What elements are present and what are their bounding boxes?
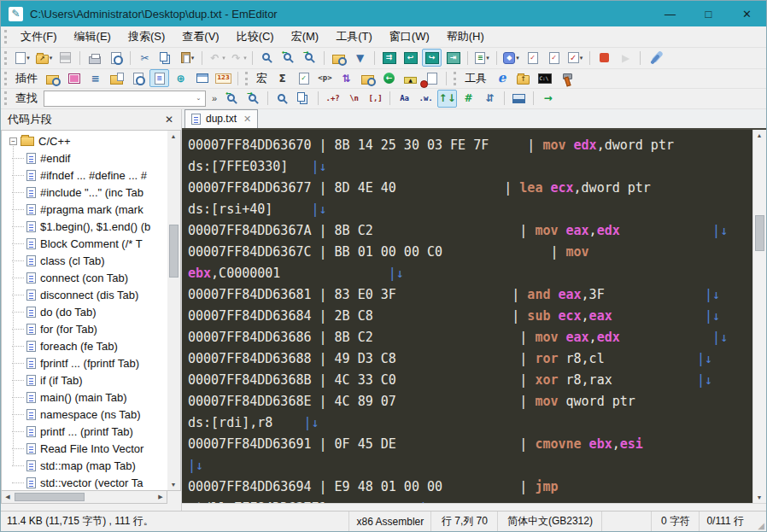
snippet-item-7[interactable]: class (cl Tab) [2, 253, 167, 270]
plugin-find-in-folder-button[interactable] [43, 69, 62, 87]
open-file-dropdown-icon[interactable]: ▾ [50, 55, 53, 61]
plugin-open-documents-button[interactable] [107, 69, 126, 87]
tab-close-icon[interactable]: ✕ [243, 114, 251, 125]
snippet-item-4[interactable]: #pragma mark (mark [2, 202, 167, 219]
snippet-item-8[interactable]: connect (con Tab) [2, 270, 167, 287]
macro-sum-button[interactable]: Σ [272, 69, 292, 87]
snippet-item-2[interactable]: #ifndef ... #define ... # [2, 167, 167, 184]
menu-item-6[interactable]: 宏(M) [283, 26, 328, 47]
tree-collapse-icon[interactable]: − [9, 137, 17, 145]
code-line-6[interactable]: 00007FF84DD6367C | BB 01 00 00 C0 | mov [188, 242, 752, 263]
code-line-9[interactable]: 00007FF84DD63684 | 2B C8 | sub ecx,eax |… [188, 306, 752, 327]
macro-select-ruler-button[interactable]: ▲ [401, 69, 420, 87]
tree-root-cpp[interactable]: − C/C++ [2, 133, 167, 150]
wrap-by-window-button[interactable]: ↩ [401, 49, 420, 67]
tool-folder-up-button[interactable]: ↑ [513, 69, 533, 87]
filter-button[interactable]: ▼ [350, 49, 370, 67]
run-to-end-button[interactable]: ▶ [616, 49, 635, 67]
snippet-item-11[interactable]: for (for Tab) [2, 321, 167, 338]
find-input[interactable] [44, 92, 192, 105]
new-file-button[interactable]: ▾ [13, 49, 32, 67]
code-line-7[interactable]: ebx,C0000001 |↓ [188, 263, 752, 284]
scroll-right-icon[interactable]: ▶ [155, 491, 167, 503]
maximize-button[interactable]: □ [689, 1, 728, 26]
status-cell-4[interactable] [601, 512, 651, 531]
copy-button[interactable] [156, 49, 176, 67]
sidebar-scrollbar-thumb[interactable] [169, 225, 179, 278]
code-line-17[interactable]: 00007FF84DD63694 | E9 48 01 00 00 | jmp [188, 476, 752, 498]
findbar-incremental-button[interactable]: ↑↓ [437, 90, 457, 108]
code-line-8[interactable]: 00007FF84DD63681 | 83 E0 3F | and eax,3F… [188, 284, 752, 306]
find-in-files-button[interactable] [329, 49, 348, 67]
findbar-escape-seq-button[interactable]: \n [344, 90, 364, 108]
menu-item-4[interactable]: 查看(V) [173, 26, 227, 47]
outline-toggle-button[interactable]: ≡▾ [472, 49, 492, 67]
snippet-item-17[interactable]: printf ... (printf Tab) [2, 424, 167, 441]
editor-horizontal-scrollbar[interactable] [182, 503, 766, 511]
findbar-find-previous-button[interactable] [222, 90, 242, 108]
snippet-item-5[interactable]: $1.begin(), $1.end() (b [2, 219, 167, 236]
plugin-open-in-window-button[interactable] [192, 69, 212, 87]
snippet-item-15[interactable]: main() (main Tab) [2, 389, 167, 406]
wrap-by-character-button[interactable]: ↪ [422, 49, 442, 67]
resize-grip[interactable]: ◢ [751, 512, 766, 531]
macro-navigate-back-button[interactable]: ← [379, 69, 399, 87]
snippet-item-1[interactable]: #endif [2, 150, 167, 167]
scroll-down-icon[interactable]: ▼ [167, 478, 179, 490]
plugin-word-count-button[interactable]: ≡ [85, 69, 105, 87]
run-macro-multiple-button[interactable]: ✓ [544, 49, 564, 67]
menu-item-3[interactable]: 搜索(S) [120, 26, 173, 47]
undo-button[interactable]: ↶▾ [207, 49, 226, 67]
snippet-item-6[interactable]: Block Comment (/* T [2, 236, 167, 253]
tool-browser-button[interactable]: e [492, 69, 512, 87]
paste-dropdown-icon[interactable]: ▾ [191, 55, 195, 61]
tab-dup-txt[interactable]: dup.txt ✕ [184, 109, 258, 128]
snippet-item-10[interactable]: do (do Tab) [2, 304, 167, 321]
editor-scroll-up-icon[interactable]: ▲ [753, 130, 765, 142]
editor-vertical-scrollbar[interactable]: ▲ ▼ [752, 130, 766, 503]
plugin-insert-numbers-button[interactable]: 123 [214, 69, 233, 87]
macro-validate-button[interactable]: ✓ [294, 69, 313, 87]
code-line-2[interactable]: ds:[7FFE0330] |↓ [188, 156, 752, 178]
code-line-10[interactable]: 00007FF84DD63686 | 8B C2 | mov eax,edx |… [188, 327, 752, 348]
toolbar-grip[interactable] [454, 72, 459, 85]
findbar-count-matches-button[interactable]: # [459, 90, 478, 108]
new-file-dropdown-icon[interactable]: ▾ [26, 55, 30, 61]
editor-text-area[interactable]: 00007FF84DD63670 | 8B 14 25 30 03 FE 7F … [182, 130, 752, 503]
open-file-button[interactable]: ↗▾ [34, 49, 54, 67]
plugin-web-search-button[interactable]: ⊕ [171, 69, 190, 87]
findbar-jump-button[interactable]: → [538, 90, 558, 108]
macro-convert-button[interactable]: ⇅ [337, 69, 356, 87]
code-line-13[interactable]: 00007FF84DD6368E | 4C 89 07 | mov qword … [188, 391, 752, 412]
wrap-none-button[interactable]: ⇉ [379, 49, 399, 67]
scroll-up-icon[interactable]: ▲ [167, 131, 179, 143]
save-file-button[interactable] [56, 49, 75, 67]
customize-toolbar-button[interactable] [645, 49, 665, 67]
findbar-char-class-button[interactable]: [,] [366, 90, 385, 108]
sidebar-vertical-scrollbar[interactable]: ▲ ▼ [167, 130, 181, 491]
tool-build-button[interactable] [556, 69, 576, 87]
macro-stop-on-error-button[interactable] [422, 69, 442, 87]
plugin-search-document-button[interactable] [128, 69, 148, 87]
findbar-find-next-button[interactable] [243, 90, 263, 108]
code-line-5[interactable]: 00007FF84DD6367A | 8B C2 | mov eax,edx |… [188, 220, 752, 242]
findbar-regex-button[interactable]: .+? [323, 90, 343, 108]
code-line-11[interactable]: 00007FF84DD63688 | 49 D3 C8 | ror r8,cl … [188, 348, 752, 370]
menu-item-8[interactable]: 窗口(W) [381, 26, 438, 47]
findbar-display-mode-button[interactable] [509, 90, 529, 108]
findbar-copy-results-button[interactable] [294, 90, 313, 108]
main-toolbar-grip[interactable] [4, 51, 9, 65]
find-previous-button[interactable] [278, 49, 298, 67]
status-cell-5[interactable]: 0 字符 [651, 512, 699, 531]
snippet-item-19[interactable]: std::map (map Tab) [2, 458, 167, 475]
macro-find-folder-button[interactable] [358, 69, 378, 87]
status-cell-2[interactable]: 行 7,列 70 [430, 512, 497, 531]
sidebar-horizontal-scrollbar[interactable]: ◀ ▶ [1, 491, 167, 504]
plugin-html-toolbar-button[interactable] [64, 69, 84, 87]
scroll-left-icon[interactable]: ◀ [2, 491, 14, 503]
find-next-button[interactable] [300, 49, 319, 67]
menu-item-5[interactable]: 比较(C) [228, 26, 283, 47]
macro-library-button[interactable]: ◆▾ [501, 49, 521, 67]
plugins-toolbar-grip[interactable] [4, 72, 9, 85]
redo-dropdown-icon[interactable]: ▾ [243, 55, 247, 61]
